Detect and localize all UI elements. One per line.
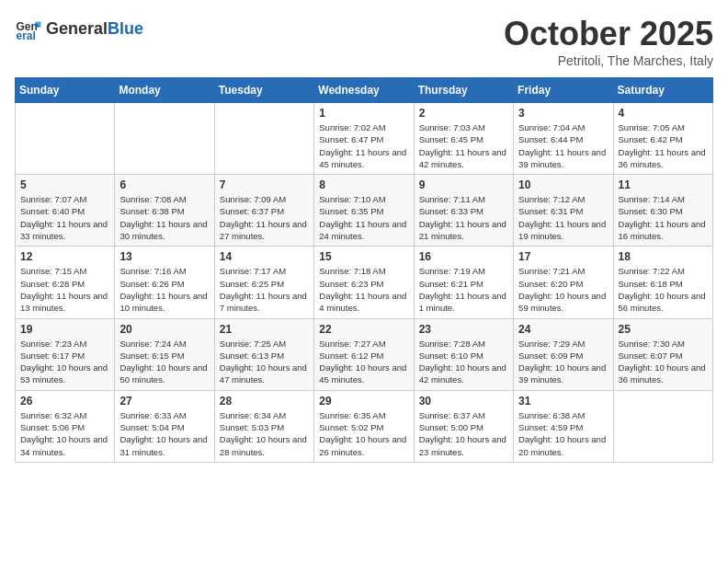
- weekday-header-tuesday: Tuesday: [214, 78, 313, 103]
- day-info: Sunrise: 7:16 AM Sunset: 6:26 PM Dayligh…: [119, 265, 209, 314]
- calendar-cell: 6Sunrise: 7:08 AM Sunset: 6:38 PM Daylig…: [115, 175, 214, 247]
- day-info: Sunrise: 7:02 AM Sunset: 6:47 PM Dayligh…: [319, 121, 408, 170]
- calendar-cell: 2Sunrise: 7:03 AM Sunset: 6:45 PM Daylig…: [414, 103, 513, 175]
- day-info: Sunrise: 7:24 AM Sunset: 6:15 PM Dayligh…: [119, 338, 209, 386]
- calendar-cell: 4Sunrise: 7:05 AM Sunset: 6:42 PM Daylig…: [613, 103, 712, 175]
- day-number: 15: [319, 250, 408, 263]
- day-number: 19: [20, 323, 109, 336]
- calendar-cell: 20Sunrise: 7:24 AM Sunset: 6:15 PM Dayli…: [115, 318, 214, 390]
- day-info: Sunrise: 7:23 AM Sunset: 6:17 PM Dayligh…: [20, 338, 109, 386]
- weekday-header-friday: Friday: [514, 78, 613, 103]
- calendar-week-5: 26Sunrise: 6:32 AM Sunset: 5:06 PM Dayli…: [16, 390, 713, 462]
- weekday-header-monday: Monday: [115, 78, 214, 103]
- calendar-week-4: 19Sunrise: 7:23 AM Sunset: 6:17 PM Dayli…: [16, 318, 713, 390]
- calendar-cell: 7Sunrise: 7:09 AM Sunset: 6:37 PM Daylig…: [214, 175, 313, 247]
- day-number: 9: [419, 178, 508, 191]
- day-info: Sunrise: 7:04 AM Sunset: 6:44 PM Dayligh…: [518, 121, 608, 170]
- day-number: 17: [518, 250, 608, 263]
- day-number: 21: [220, 323, 309, 336]
- calendar-cell: 1Sunrise: 7:02 AM Sunset: 6:47 PM Daylig…: [314, 103, 414, 175]
- day-info: Sunrise: 7:11 AM Sunset: 6:33 PM Dayligh…: [419, 193, 508, 242]
- day-number: 16: [419, 250, 508, 263]
- weekday-header-thursday: Thursday: [414, 78, 513, 103]
- location-subtitle: Petritoli, The Marches, Italy: [504, 53, 713, 68]
- day-number: 30: [419, 395, 508, 408]
- day-number: 25: [619, 323, 708, 336]
- day-info: Sunrise: 7:28 AM Sunset: 6:10 PM Dayligh…: [419, 338, 508, 386]
- calendar-cell: 27Sunrise: 6:33 AM Sunset: 5:04 PM Dayli…: [115, 390, 214, 462]
- day-number: 10: [518, 178, 608, 191]
- calendar-cell: 21Sunrise: 7:25 AM Sunset: 6:13 PM Dayli…: [214, 318, 313, 390]
- day-number: 29: [319, 395, 408, 408]
- calendar-cell: [613, 390, 712, 462]
- calendar-cell: 29Sunrise: 6:35 AM Sunset: 5:02 PM Dayli…: [314, 390, 414, 462]
- calendar-cell: 9Sunrise: 7:11 AM Sunset: 6:33 PM Daylig…: [414, 175, 513, 247]
- day-info: Sunrise: 7:22 AM Sunset: 6:18 PM Dayligh…: [619, 265, 708, 314]
- calendar-week-3: 12Sunrise: 7:15 AM Sunset: 6:28 PM Dayli…: [16, 247, 713, 318]
- calendar-week-1: 1Sunrise: 7:02 AM Sunset: 6:47 PM Daylig…: [16, 103, 713, 175]
- day-info: Sunrise: 7:03 AM Sunset: 6:45 PM Dayligh…: [419, 121, 508, 170]
- day-number: 26: [20, 395, 109, 408]
- calendar-cell: 14Sunrise: 7:17 AM Sunset: 6:25 PM Dayli…: [214, 247, 313, 318]
- title-block: October 2025 Petritoli, The Marches, Ita…: [504, 15, 713, 68]
- day-info: Sunrise: 6:35 AM Sunset: 5:02 PM Dayligh…: [319, 409, 408, 458]
- day-number: 3: [518, 107, 608, 120]
- logo: Gen eral GeneralBlue: [15, 15, 143, 42]
- calendar-cell: [214, 103, 313, 175]
- day-info: Sunrise: 6:32 AM Sunset: 5:06 PM Dayligh…: [20, 409, 109, 458]
- page-header: Gen eral GeneralBlue October 2025 Petrit…: [15, 15, 713, 68]
- calendar-cell: 18Sunrise: 7:22 AM Sunset: 6:18 PM Dayli…: [613, 247, 712, 318]
- calendar-week-2: 5Sunrise: 7:07 AM Sunset: 6:40 PM Daylig…: [16, 175, 713, 247]
- calendar-cell: 24Sunrise: 7:29 AM Sunset: 6:09 PM Dayli…: [514, 318, 613, 390]
- day-number: 24: [518, 323, 608, 336]
- calendar-cell: 5Sunrise: 7:07 AM Sunset: 6:40 PM Daylig…: [16, 175, 115, 247]
- calendar-cell: [115, 103, 214, 175]
- day-info: Sunrise: 7:15 AM Sunset: 6:28 PM Dayligh…: [20, 265, 109, 314]
- day-number: 12: [20, 250, 109, 263]
- day-number: 1: [319, 107, 408, 120]
- day-info: Sunrise: 6:38 AM Sunset: 4:59 PM Dayligh…: [518, 409, 608, 458]
- calendar-cell: 15Sunrise: 7:18 AM Sunset: 6:23 PM Dayli…: [314, 247, 414, 318]
- day-info: Sunrise: 7:07 AM Sunset: 6:40 PM Dayligh…: [20, 193, 109, 242]
- day-number: 27: [119, 395, 209, 408]
- day-info: Sunrise: 7:17 AM Sunset: 6:25 PM Dayligh…: [220, 265, 309, 314]
- day-number: 22: [319, 323, 408, 336]
- day-number: 7: [220, 178, 309, 191]
- calendar-cell: 25Sunrise: 7:30 AM Sunset: 6:07 PM Dayli…: [613, 318, 712, 390]
- day-info: Sunrise: 7:09 AM Sunset: 6:37 PM Dayligh…: [220, 193, 309, 242]
- month-title: October 2025: [504, 15, 713, 53]
- day-info: Sunrise: 7:05 AM Sunset: 6:42 PM Dayligh…: [619, 121, 708, 170]
- calendar-cell: 22Sunrise: 7:27 AM Sunset: 6:12 PM Dayli…: [314, 318, 414, 390]
- day-number: 14: [220, 250, 309, 263]
- day-info: Sunrise: 7:14 AM Sunset: 6:30 PM Dayligh…: [619, 193, 708, 242]
- day-info: Sunrise: 7:10 AM Sunset: 6:35 PM Dayligh…: [319, 193, 408, 242]
- day-number: 18: [619, 250, 708, 263]
- day-info: Sunrise: 7:19 AM Sunset: 6:21 PM Dayligh…: [419, 265, 508, 314]
- svg-text:eral: eral: [17, 29, 36, 42]
- day-info: Sunrise: 7:27 AM Sunset: 6:12 PM Dayligh…: [319, 338, 408, 386]
- calendar-cell: 11Sunrise: 7:14 AM Sunset: 6:30 PM Dayli…: [613, 175, 712, 247]
- day-info: Sunrise: 7:25 AM Sunset: 6:13 PM Dayligh…: [220, 338, 309, 386]
- day-number: 13: [119, 250, 209, 263]
- day-number: 31: [518, 395, 608, 408]
- calendar-cell: 13Sunrise: 7:16 AM Sunset: 6:26 PM Dayli…: [115, 247, 214, 318]
- day-number: 11: [619, 178, 708, 191]
- calendar-cell: 28Sunrise: 6:34 AM Sunset: 5:03 PM Dayli…: [214, 390, 313, 462]
- calendar-cell: 16Sunrise: 7:19 AM Sunset: 6:21 PM Dayli…: [414, 247, 513, 318]
- weekday-header-sunday: Sunday: [16, 78, 115, 103]
- day-info: Sunrise: 7:18 AM Sunset: 6:23 PM Dayligh…: [319, 265, 408, 314]
- weekday-header-saturday: Saturday: [613, 78, 712, 103]
- day-number: 4: [619, 107, 708, 120]
- calendar-cell: 12Sunrise: 7:15 AM Sunset: 6:28 PM Dayli…: [16, 247, 115, 318]
- calendar-cell: 30Sunrise: 6:37 AM Sunset: 5:00 PM Dayli…: [414, 390, 513, 462]
- logo-general: General: [46, 19, 108, 38]
- calendar-cell: 19Sunrise: 7:23 AM Sunset: 6:17 PM Dayli…: [16, 318, 115, 390]
- day-number: 8: [319, 178, 408, 191]
- day-info: Sunrise: 7:30 AM Sunset: 6:07 PM Dayligh…: [619, 338, 708, 386]
- day-number: 20: [119, 323, 209, 336]
- day-number: 23: [419, 323, 508, 336]
- calendar-cell: 3Sunrise: 7:04 AM Sunset: 6:44 PM Daylig…: [514, 103, 613, 175]
- day-number: 6: [119, 178, 209, 191]
- day-info: Sunrise: 7:08 AM Sunset: 6:38 PM Dayligh…: [119, 193, 209, 242]
- calendar-cell: 31Sunrise: 6:38 AM Sunset: 4:59 PM Dayli…: [514, 390, 613, 462]
